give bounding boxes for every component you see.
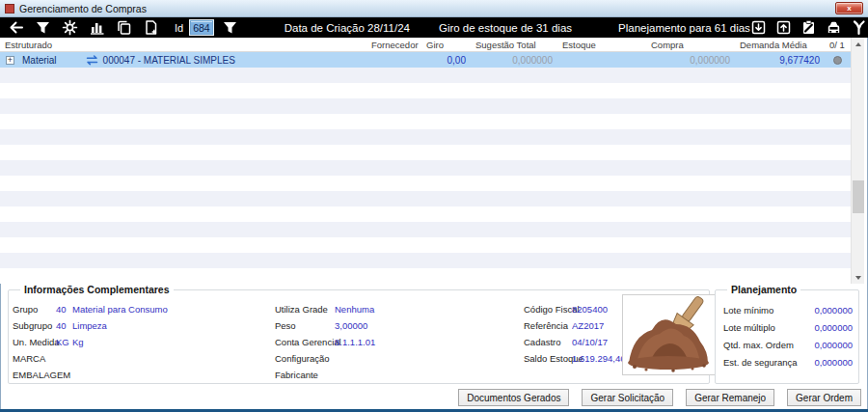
apply-filter-icon[interactable]: [222, 19, 238, 36]
info-panel: Informações Complementares Grupo40Materi…: [8, 289, 710, 384]
table-row[interactable]: + Material 000047 - MATERIAL SIMPLES 0,0…: [0, 52, 851, 68]
un-medida-code: KG: [56, 337, 72, 347]
gear-icon[interactable]: [62, 19, 78, 36]
info-column-1: Grupo40Material para Consumo Subgrupo40L…: [13, 301, 168, 383]
est-seguranca-value: 0,000000: [814, 357, 853, 368]
vertical-scrollbar[interactable]: [851, 38, 864, 284]
new-page-icon[interactable]: [143, 19, 159, 36]
gerar-remanejo-button[interactable]: Gerar Remanejo: [686, 389, 774, 406]
row-structure-cell: + Material 000047 - MATERIAL SIMPLES: [0, 55, 366, 66]
col-sugestao-total[interactable]: Sugestão Total: [471, 40, 557, 50]
lote-multiplo-label: Lote múltiplo: [723, 322, 814, 333]
marca-label: MARCA: [13, 353, 56, 364]
app-icon: [5, 4, 14, 14]
info-column-2: Utiliza GradeNenhuma Peso3,00000 Conta G…: [275, 301, 375, 383]
id-label: Id: [175, 22, 183, 34]
scroll-down-icon[interactable]: [852, 271, 865, 284]
gerar-solicitacao-button[interactable]: Gerar Solicitação: [582, 389, 673, 406]
stock-turn-label: Giro de estoque de 31 dias: [439, 22, 572, 34]
col-giro[interactable]: Giro: [421, 40, 471, 50]
qtd-max-ordem-value: 0,000000: [814, 340, 853, 350]
empty-rows: [0, 68, 851, 284]
grupo-code: 40: [56, 304, 72, 315]
col-demanda-media[interactable]: Demanda Média: [735, 40, 825, 50]
id-input-value: 684: [191, 22, 212, 34]
copy-icon[interactable]: [116, 19, 132, 36]
import-icon[interactable]: [750, 19, 767, 36]
subgrupo-code: 40: [56, 320, 72, 331]
branch-icon[interactable]: [851, 19, 867, 36]
peso-label: Peso: [275, 320, 335, 331]
row-giro: 0,00: [421, 55, 471, 66]
subgrupo-label: Subgrupo: [13, 320, 56, 331]
col-estruturado[interactable]: Estruturado: [0, 40, 366, 50]
export-icon[interactable]: [775, 19, 792, 36]
row-description: 000047 - MATERIAL SIMPLES: [103, 55, 235, 66]
window-title: Gerenciamento de Compras: [19, 3, 147, 14]
saldo-estoque-label: Saldo Estoque: [524, 353, 572, 364]
conta-gerencial-value: 8.1.1.1.01: [335, 337, 375, 347]
info-column-3: Código Fiscal8205400 ReferênciaAZ2017 Ca…: [524, 301, 623, 367]
grid-body: + Material 000047 - MATERIAL SIMPLES 0,0…: [0, 52, 851, 284]
scroll-up-icon[interactable]: [852, 38, 865, 50]
utiliza-grade-value: Nenhuma: [335, 304, 374, 315]
col-estoque[interactable]: Estoque: [557, 40, 646, 50]
bar-chart-icon[interactable]: [89, 19, 105, 36]
peso-value: 3,00000: [335, 320, 367, 331]
product-image: [622, 294, 716, 375]
row-type: Material: [22, 55, 57, 66]
grupo-value: Material para Consumo: [72, 304, 168, 315]
app-window: Gerenciamento de Compras x: [0, 0, 868, 412]
col-fornecedor[interactable]: Fornecedor: [366, 40, 421, 50]
cadastro-label: Cadastro: [524, 337, 572, 347]
sync-icon: [86, 55, 98, 66]
fabricante-label: Fabricante: [275, 370, 335, 380]
main-toolbar: Id 684 Data de Criação 28/11/24 Giro de …: [0, 17, 868, 38]
bottom-button-bar: Documentos Gerados Gerar Solicitação Ger…: [458, 389, 861, 406]
row-sugestao-total: 0,000000: [471, 55, 557, 66]
qtd-max-ordem-label: Qtd. max. Ordem: [723, 340, 814, 350]
lote-minimo-label: Lote mínimo: [723, 305, 814, 316]
cadastro-value: 04/10/17: [572, 337, 608, 347]
un-medida-label: Un. Medida: [13, 337, 56, 347]
row-compra: 0,000000: [646, 55, 735, 66]
lote-minimo-value: 0,000000: [814, 305, 853, 316]
toolbar-right-icons: [750, 19, 868, 36]
row-status-cell: [825, 56, 851, 65]
planning-panel-title: Planejamento: [727, 284, 800, 295]
expand-icon[interactable]: +: [6, 56, 14, 65]
filter-icon[interactable]: [35, 19, 51, 36]
clipboard-icon[interactable]: [800, 19, 817, 36]
un-medida-value: Kg: [72, 337, 84, 347]
documentos-gerados-button[interactable]: Documentos Gerados: [458, 389, 569, 406]
close-button[interactable]: x: [835, 2, 863, 14]
planning-panel: Planejamento Lote mínimo0,000000 Lote mú…: [715, 289, 859, 384]
col-status[interactable]: 0/ 1: [825, 40, 851, 50]
grupo-label: Grupo: [13, 304, 56, 315]
back-icon[interactable]: [8, 19, 24, 36]
referencia-label: Referência: [524, 320, 572, 331]
subgrupo-value: Limpeza: [72, 320, 107, 331]
codigo-fiscal-label: Código Fiscal: [524, 304, 572, 315]
col-compra[interactable]: Compra: [646, 40, 735, 50]
status-dot-icon: [833, 56, 842, 65]
grid-header: Estruturado Fornecedor Giro Sugestão Tot…: [0, 38, 851, 52]
utiliza-grade-label: Utiliza Grade: [275, 304, 335, 315]
cocoa-powder-image: [623, 295, 715, 374]
embalagem-label: EMBALAGEM: [13, 370, 56, 380]
scrollbar-thumb[interactable]: [853, 180, 864, 213]
codigo-fiscal-value: 8205400: [572, 304, 608, 315]
lote-multiplo-value: 0,000000: [814, 322, 853, 333]
vehicle-icon[interactable]: [826, 19, 842, 36]
configuracao-label: Configuração: [275, 353, 335, 364]
conta-gerencial-label: Conta Gerencial: [275, 337, 335, 347]
creation-date-label: Data de Criação 28/11/24: [285, 22, 410, 34]
info-panel-title: Informações Complementares: [20, 284, 174, 295]
referencia-value: AZ2017: [572, 320, 604, 331]
gerar-ordem-button[interactable]: Gerar Ordem: [787, 389, 861, 406]
row-demanda-media: 9,677420: [735, 55, 825, 66]
title-bar: Gerenciamento de Compras x: [0, 0, 868, 17]
planning-days-label: Planejamento para 61 dias: [618, 22, 750, 34]
id-input[interactable]: 684: [190, 20, 213, 35]
est-seguranca-label: Est. de segurança: [723, 357, 814, 368]
